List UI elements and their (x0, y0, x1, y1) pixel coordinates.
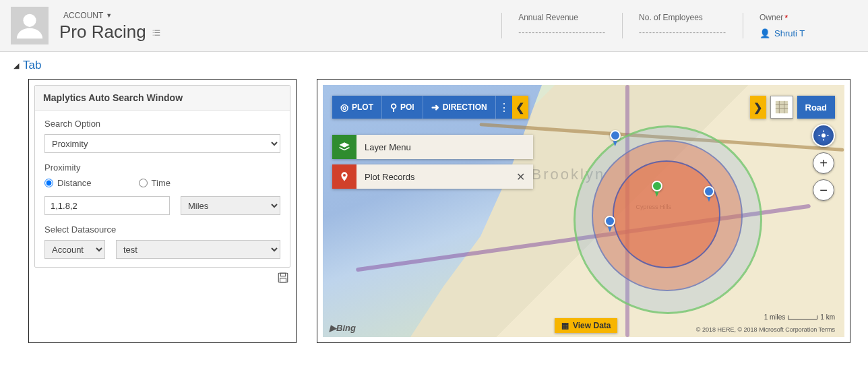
field-employees[interactable]: No. of Employees -----------------------… (622, 13, 743, 38)
input-distance[interactable] (44, 196, 170, 215)
select-datasource-view[interactable]: test (116, 240, 280, 259)
chevron-left-icon: ❮ (516, 101, 524, 114)
map-pin[interactable] (704, 186, 714, 197)
layer-menu-label: Layer Menu (365, 142, 411, 152)
map-panel: Brooklyn Cypress Hills ◎ PLOT ⚲ POI (317, 79, 850, 343)
panel-title: Maplytics Auto Search Window (35, 86, 290, 111)
avatar (11, 7, 49, 44)
list-icon (152, 28, 161, 38)
toolbar-plot-button[interactable]: ◎ PLOT (332, 96, 382, 119)
toolbar-poi-button[interactable]: ⚲ POI (382, 96, 423, 119)
target-icon: ◎ (340, 102, 348, 113)
search-panel: Maplytics Auto Search Window Search Opti… (28, 79, 297, 343)
svg-rect-2 (280, 273, 286, 276)
basemap-road-button[interactable]: Road (797, 96, 836, 119)
map-pin[interactable] (610, 130, 621, 141)
map-view-switcher: ❯ Road (750, 96, 836, 119)
svg-rect-3 (280, 278, 286, 282)
toolbar-collapse-button[interactable]: ❮ (512, 96, 528, 119)
radio-distance[interactable]: Distance (44, 178, 92, 188)
field-value: -------------------------- (639, 28, 726, 38)
field-owner[interactable]: Owner* 👤 Shruti T (743, 13, 857, 38)
locate-icon (817, 129, 830, 142)
label-search-option: Search Option (44, 119, 280, 129)
select-datasource-entity[interactable]: Account (44, 240, 105, 259)
map-water (323, 85, 542, 337)
svg-rect-4 (775, 101, 787, 113)
poi-icon: ⚲ (390, 102, 397, 113)
label-proximity: Proximity (44, 162, 280, 173)
map-attribution: © 2018 HERE, © 2018 Microsoft Corporatio… (696, 326, 835, 333)
direction-icon: ➜ (431, 102, 439, 113)
location-icon (332, 164, 356, 189)
toolbar-more-button[interactable]: ⋮ (496, 96, 512, 119)
field-label: Annual Revenue (518, 13, 606, 22)
svg-point-5 (822, 133, 826, 138)
map-canvas[interactable]: Brooklyn Cypress Hills ◎ PLOT ⚲ POI (323, 85, 844, 337)
zoom-out-button[interactable]: − (813, 179, 834, 201)
save-button[interactable] (277, 272, 289, 286)
close-button[interactable]: ✕ (516, 171, 525, 183)
map-pin-center[interactable] (652, 181, 662, 191)
select-search-option[interactable]: Proximity (44, 134, 280, 153)
minus-icon: − (819, 183, 828, 198)
proximity-zone-inner (613, 160, 720, 268)
plot-records-bar[interactable]: Plot Records ✕ (332, 164, 533, 189)
view-data-button[interactable]: ▦ View Data (555, 318, 617, 333)
more-icon: ⋮ (499, 101, 509, 114)
owner-link[interactable]: Shruti T (774, 28, 805, 38)
layers-icon (332, 135, 356, 159)
plot-records-label: Plot Records (365, 172, 414, 182)
label-datasource: Select Datasource (44, 224, 280, 235)
save-icon (277, 272, 289, 284)
entity-type-label: ACCOUNT (63, 11, 103, 20)
field-label: Owner* (760, 13, 841, 23)
required-indicator: * (784, 13, 788, 23)
grid-icon: ▦ (561, 321, 569, 330)
field-annual-revenue[interactable]: Annual Revenue -------------------------… (501, 13, 622, 38)
record-name: Pro Racing (59, 22, 146, 42)
bing-logo: ▶Bing (330, 323, 356, 333)
select-unit[interactable]: Miles (181, 196, 280, 215)
person-icon: 👤 (760, 28, 770, 38)
person-icon (14, 10, 45, 41)
field-value: -------------------------- (518, 28, 606, 38)
map-thumb-icon (774, 100, 789, 115)
entity-type-dropdown[interactable]: ACCOUNT ▼ (59, 9, 161, 22)
section-tab[interactable]: ◢ Tab (0, 52, 868, 75)
zoom-in-button[interactable]: + (813, 152, 834, 174)
plus-icon: + (819, 156, 828, 171)
close-icon: ✕ (516, 171, 525, 183)
caret-down-icon: ▼ (106, 12, 112, 19)
scale-bar: 1 miles 1 km (764, 313, 835, 321)
layer-menu-bar[interactable]: Layer Menu (332, 135, 533, 159)
basemap-thumb[interactable] (770, 96, 793, 119)
expand-button[interactable]: ❯ (750, 96, 766, 119)
chevron-right-icon: ❯ (753, 101, 762, 114)
radio-time[interactable]: Time (139, 178, 170, 188)
map-toolbar: ◎ PLOT ⚲ POI ➜ DIRECTION ⋮ ❮ (332, 96, 528, 119)
svg-point-0 (23, 14, 36, 27)
locate-button[interactable] (812, 124, 835, 147)
toolbar-direction-button[interactable]: ➜ DIRECTION (423, 96, 496, 119)
field-label: No. of Employees (639, 13, 726, 22)
tab-label: Tab (23, 59, 41, 72)
record-menu-button[interactable] (152, 22, 161, 42)
record-header: ACCOUNT ▼ Pro Racing Annual Revenue ----… (0, 0, 868, 52)
collapse-arrow-icon: ◢ (13, 61, 19, 70)
